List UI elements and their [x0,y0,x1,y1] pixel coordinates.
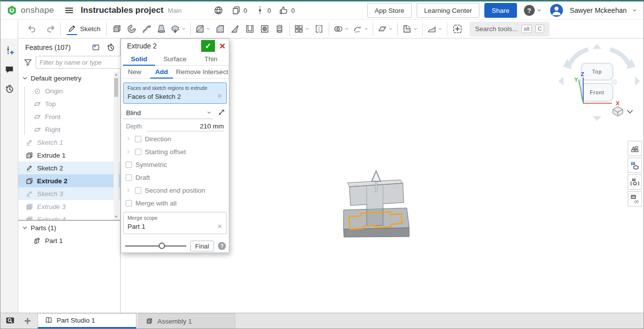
surface-tool-button[interactable] [425,21,444,37]
extrude-tool-button[interactable] [109,21,124,37]
chevron-down-icon[interactable] [413,26,418,32]
chevron-down-icon[interactable] [304,26,310,32]
avatar[interactable] [550,4,563,17]
view-cube-widget[interactable]: Top Front X Z Y [557,42,642,123]
share-button[interactable]: Share [484,3,517,18]
feature-filter-input[interactable] [36,56,131,69]
symmetric-checkbox[interactable] [126,162,132,168]
rotate-ccw-arrow-icon[interactable] [569,49,588,65]
clear-selection-icon[interactable]: ✕ [217,92,222,100]
tab-solid[interactable]: Solid [121,53,157,65]
transform-tool-button[interactable] [351,21,370,37]
add-tab-button[interactable]: + [24,316,31,326]
loft-tool-button[interactable] [154,21,169,37]
rotate-down-icon[interactable] [593,116,601,121]
feature-tree-item-sketch-3[interactable]: Sketch 3 [18,187,120,200]
tab-surface[interactable]: Surface [157,53,193,65]
rollback-bar[interactable] [18,220,120,221]
configurations-panel-button[interactable] [628,158,642,173]
manage-tabs-search-icon[interactable] [5,316,15,326]
visibility-globe[interactable] [214,5,223,15]
sketch-button[interactable]: Sketch [65,21,102,37]
document-tab-assembly-1[interactable]: Assembly 1 [138,313,235,329]
parts-group[interactable]: Parts (1) [18,221,120,234]
flip-direction-button[interactable] [215,107,227,119]
app-store-button[interactable]: App Store [367,3,412,18]
view-menu-cube-icon[interactable] [613,107,623,116]
feature-tree-item-extrude-3[interactable]: Extrude 3 [18,200,120,213]
rotate-up-icon[interactable] [593,44,601,49]
copies-stat[interactable]: 0 [231,5,247,15]
configured-features-panel-button[interactable] [628,174,642,190]
cube-corner-knob[interactable] [612,80,617,84]
extrude-drag-arrow[interactable] [372,171,381,181]
feature-tree-item-top[interactable]: Top [18,97,120,110]
boolean-tool-button[interactable] [332,21,351,37]
chevron-down-icon[interactable] [363,26,369,32]
help-menu[interactable]: ? [524,5,542,16]
scroll-up-icon[interactable]: ▲ [114,72,119,77]
redo-button[interactable] [43,21,58,37]
likes-stat[interactable]: 0 [279,5,295,15]
learning-center-button[interactable]: Learning Center [417,3,479,18]
chevron-right-icon[interactable] [126,187,131,193]
chevron-down-icon[interactable] [206,26,211,32]
cancel-button[interactable]: ✕ [216,40,229,52]
chevron-down-icon[interactable] [632,7,638,13]
depth-input[interactable]: 210 mm [147,123,224,131]
shell-tool-button[interactable] [242,21,257,37]
fillet-tool-button[interactable] [193,21,213,37]
document-tab-part-studio-1[interactable]: Part Studio 1 [38,313,136,329]
final-button[interactable]: Final [190,241,214,251]
sheet-metal-tool-button[interactable] [400,21,420,37]
starting-offset-checkbox[interactable] [135,149,141,155]
feature-tree-item-origin[interactable]: Origin [18,84,120,97]
accept-button[interactable]: ✓ [201,40,215,52]
chevron-right-icon[interactable] [126,149,131,155]
direction-checkbox[interactable] [135,136,141,142]
chevron-down-icon[interactable] [181,26,186,32]
rotate-right-icon[interactable] [635,77,640,85]
chevron-down-icon[interactable] [437,26,443,32]
mode-remove[interactable]: Remove [175,66,202,78]
appearance-panel-button[interactable] [628,141,642,156]
feature-tree-item-extrude-1[interactable]: Extrude 1 [18,149,120,162]
filter-icon[interactable] [23,58,33,67]
plane-tool-button[interactable] [376,21,395,37]
chamfer-tool-button[interactable] [213,21,227,37]
dialog-help-icon[interactable]: ? [218,242,226,250]
chevron-down-icon[interactable] [344,26,349,32]
second-end-position-checkbox[interactable] [135,187,141,194]
comment-button[interactable] [3,64,15,76]
undo-button[interactable] [24,21,39,37]
versions-stat[interactable]: 0 [255,5,271,15]
tab-thin[interactable]: Thin [193,53,229,65]
feature-tree-item-right[interactable]: Right [18,123,120,136]
draft-checkbox[interactable] [126,174,132,181]
feature-history-icon[interactable] [106,43,115,52]
chevron-down-icon[interactable] [388,26,393,32]
clear-merge-scope-icon[interactable]: ✕ [217,223,222,230]
preview-slider[interactable] [125,243,186,249]
end-condition-dropdown[interactable]: Blind [123,107,213,119]
sweep-tool-button[interactable] [139,21,154,37]
history-button[interactable] [3,83,15,95]
draft-tool-button[interactable] [227,21,242,37]
scroll-down-icon[interactable]: ▼ [114,214,119,219]
feature-tree-item-extrude-2[interactable]: Extrude 2 [18,174,120,187]
thicken-tool-button[interactable] [169,21,188,37]
create-version-button[interactable] [3,44,15,56]
hole-tool-button[interactable] [257,21,272,37]
configuration-variables-panel-button[interactable]: (x) [628,191,642,206]
merge-with-all-checkbox[interactable] [126,200,132,206]
mode-intersect[interactable]: Intersect [202,66,229,78]
feature-tree-item-sketch-1[interactable]: Sketch 1 [18,136,120,149]
feature-tree-scrollbar[interactable]: ▲ ▼ [114,72,119,220]
feature-tree-item-extrude-4[interactable]: Extrude 4 [18,213,120,220]
feature-list-toggle[interactable] [0,20,18,39]
rotate-cw-arrow-icon[interactable] [610,49,629,65]
feature-tree-item-sketch-2[interactable]: Sketch 2 [18,162,120,174]
main-menu-icon[interactable] [63,4,76,17]
mode-add[interactable]: Add [148,66,175,78]
mode-new[interactable]: New [121,66,148,78]
